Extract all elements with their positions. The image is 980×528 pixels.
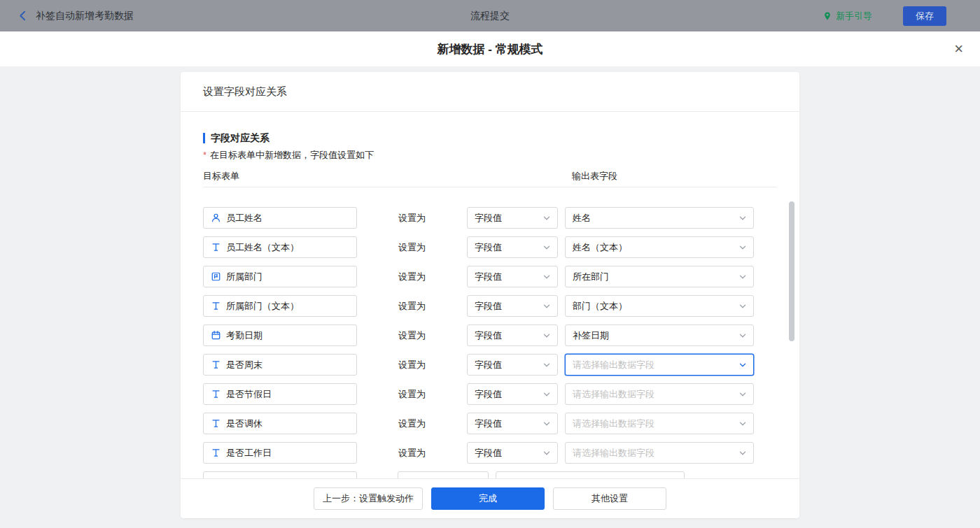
field-mapping-row: 是否周末 设置为 字段值 请选择输出数据字段 [203,354,777,376]
target-field-label: 所属部门（文本） [226,300,299,313]
output-field-value: 请选择输出数据字段 [573,388,654,401]
output-field-select[interactable]: 请选择输出数据字段 [565,413,754,434]
output-field-select[interactable]: 请选择输出数据字段 [565,354,754,376]
chevron-down-icon [738,213,748,223]
close-icon[interactable]: × [954,41,963,57]
calendar-icon [211,330,221,341]
output-field-value: 姓名 [573,212,591,224]
field-mapping-row: 是否节假日 设置为 字段值 请选择输出数据字段 [203,383,777,405]
guide-pin-icon [822,11,832,21]
section-title: 字段对应关系 [203,133,777,143]
value-mode-value: 字段值 [475,241,502,254]
target-field-box[interactable]: 员工姓名（文本） [203,236,357,258]
output-field-select[interactable]: 补签日期 [565,324,754,346]
set-as-label: 设置为 [398,271,426,283]
value-mode-select[interactable]: 字段值 [467,324,558,346]
value-mode-select[interactable]: 字段值 [467,236,558,258]
target-field-label: 是否节假日 [226,388,272,401]
text-icon [211,242,221,252]
target-field-box[interactable] [203,471,357,478]
save-button[interactable]: 保存 [903,6,946,26]
chevron-down-icon [542,360,552,370]
output-field-value: 请选择输出数据字段 [573,359,654,371]
value-mode-select[interactable]: 字段值 [467,295,558,317]
set-as-label: 设置为 [398,212,426,224]
chevron-down-icon [738,272,748,282]
target-field-box[interactable]: 是否工作日 [203,442,357,464]
chevron-down-icon [738,390,748,399]
output-field-value: 请选择输出数据字段 [573,418,654,430]
output-field-select[interactable]: 请选择输出数据字段 [565,442,754,464]
set-as-label: 设置为 [398,329,426,342]
value-mode-value: 字段值 [475,418,502,430]
chevron-down-icon [542,331,552,341]
value-mode-value: 字段值 [475,271,502,283]
prev-step-button[interactable]: 上一步：设置触发动作 [314,487,423,510]
scrollbar-thumb[interactable] [789,201,794,341]
value-mode-select[interactable]: 字段值 [467,413,558,434]
modal-title: 新增数据 - 常规模式 [437,41,542,57]
value-mode-select[interactable] [398,471,489,478]
field-mapping-row: 所属部门 设置为 字段值 所在部门 [203,266,777,287]
modal-content: 设置字段对应关系 字段对应关系 *在目标表单中新增数据，字段值设置如下 目标表单… [0,66,980,528]
chevron-down-icon [542,272,552,282]
chevron-down-icon [738,448,748,458]
target-field-box[interactable]: 所属部门（文本） [203,295,357,317]
card-body: 字段对应关系 *在目标表单中新增数据，字段值设置如下 目标表单 输出表字段 员工… [181,112,799,478]
required-mark: * [203,150,206,160]
target-field-label: 所属部门 [226,271,262,283]
value-mode-select[interactable]: 字段值 [467,207,558,229]
back-chevron-icon [17,10,29,22]
field-mapping-row: 是否调休 设置为 字段值 请选择输出数据字段 [203,413,777,434]
dept-icon [211,271,221,282]
text-icon [211,418,221,429]
value-mode-value: 字段值 [475,300,502,313]
note-text: 在目标表单中新增数据，字段值设置如下 [210,150,374,160]
field-mapping-row: 考勤日期 设置为 字段值 补签日期 [203,324,777,346]
other-settings-button[interactable]: 其他设置 [553,487,666,510]
target-field-box[interactable]: 所属部门 [203,266,357,287]
chevron-down-icon [738,360,748,370]
value-mode-select[interactable]: 字段值 [467,354,558,376]
card-footer: 上一步：设置触发动作 完成 其他设置 [181,478,799,518]
output-field-select[interactable] [496,471,685,478]
text-icon [211,301,221,311]
output-field-select[interactable]: 姓名（文本） [565,236,754,258]
done-button[interactable]: 完成 [431,487,545,510]
chevron-down-icon [738,419,748,429]
beginner-guide-link[interactable]: 新手引导 [822,10,872,22]
target-field-box[interactable]: 员工姓名 [203,207,357,229]
chevron-down-icon [542,419,552,429]
back-button[interactable] [17,10,29,22]
chevron-down-icon [542,243,552,252]
target-field-box[interactable]: 是否节假日 [203,383,357,405]
set-as-label: 设置为 [398,300,426,313]
field-mapping-row: 员工姓名（文本） 设置为 字段值 姓名（文本） [203,236,777,258]
topbar: 补签自动新增考勤数据 流程提交 新手引导 保存 [0,0,980,31]
column-target-form: 目标表单 [203,171,357,181]
output-field-select[interactable]: 部门（文本） [565,295,754,317]
field-mapping-row: 是否工作日 设置为 字段值 请选择输出数据字段 [203,442,777,464]
target-field-box[interactable]: 是否调休 [203,413,357,434]
output-field-select[interactable]: 姓名 [565,207,754,229]
value-mode-select[interactable]: 字段值 [467,266,558,287]
text-icon [211,359,221,370]
modal-header: 新增数据 - 常规模式 × [0,31,980,66]
target-field-label: 员工姓名（文本） [226,241,299,254]
value-mode-value: 字段值 [475,212,502,224]
user-icon [211,213,221,223]
value-mode-value: 字段值 [475,329,502,342]
value-mode-select[interactable]: 字段值 [467,442,558,464]
output-field-value: 部门（文本） [573,300,627,313]
value-mode-select[interactable]: 字段值 [467,383,558,405]
target-field-box[interactable]: 考勤日期 [203,324,357,346]
field-mapping-rows: 员工姓名 设置为 字段值 姓名 员工姓名（文本） 设置为 字段值 姓名（文本） … [203,187,777,478]
target-field-label: 是否周末 [226,359,262,371]
output-field-select[interactable]: 请选择输出数据字段 [565,383,754,405]
text-icon [211,448,221,458]
output-field-select[interactable]: 所在部门 [565,266,754,287]
value-mode-value: 字段值 [475,388,502,401]
target-field-box[interactable]: 是否周末 [203,354,357,376]
target-field-label: 是否工作日 [226,447,272,459]
set-as-label: 设置为 [398,359,426,371]
